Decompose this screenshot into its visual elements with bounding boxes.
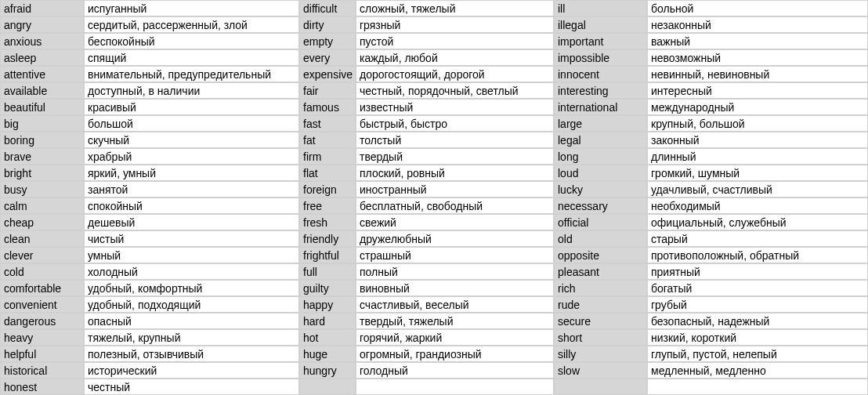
table-row: hardтвердый, тяжелый — [299, 313, 554, 329]
english-word-cell: clean — [0, 230, 84, 247]
russian-translation-cell — [647, 379, 868, 395]
table-row: firmтвердый — [299, 148, 554, 165]
english-word-cell: clever — [0, 247, 84, 263]
russian-translation-cell: дорогостоящий, дорогой — [356, 66, 554, 82]
english-word-cell: pleasant — [554, 263, 647, 280]
english-word-cell: bright — [0, 165, 84, 181]
english-word-cell: empty — [299, 33, 356, 49]
table-row: foreignиностранный — [299, 181, 554, 198]
english-word-cell — [299, 379, 356, 395]
russian-translation-cell: страшный — [356, 247, 554, 263]
russian-translation-cell: пустой — [356, 33, 554, 49]
table-row: dirtyгрязный — [299, 16, 554, 33]
table-row: cleanчистый — [0, 230, 299, 247]
table-row: loudгромкий, шумный — [554, 165, 868, 181]
english-word-cell: happy — [299, 296, 356, 313]
english-word-cell: huge — [299, 346, 356, 362]
english-word-cell: asleep — [0, 49, 84, 66]
russian-translation-cell: старый — [647, 230, 868, 247]
russian-translation-cell: грубый — [647, 296, 868, 313]
english-word-cell: loud — [554, 165, 647, 181]
russian-translation-cell — [356, 379, 554, 395]
table-row: comfortableудобный, комфортный — [0, 280, 299, 296]
table-row: coldхолодный — [0, 263, 299, 280]
english-word-cell: free — [299, 198, 356, 214]
table-row: historicalисторический — [0, 362, 299, 379]
english-word-cell: dangerous — [0, 313, 84, 329]
english-word-cell: fair — [299, 82, 356, 99]
english-word-cell: afraid — [0, 0, 84, 16]
english-word-cell: full — [299, 263, 356, 280]
english-word-cell: legal — [554, 132, 647, 148]
table-row: beautifulкрасивый — [0, 99, 299, 115]
english-word-cell: comfortable — [0, 280, 84, 296]
english-word-cell: short — [554, 329, 647, 346]
table-row: hotгорячий, жаркий — [299, 329, 554, 346]
column-group-1: afraidиспуганныйangryсердитый, рассержен… — [0, 0, 299, 395]
english-word-cell: foreign — [299, 181, 356, 198]
table-row: richбогатый — [554, 280, 868, 296]
russian-translation-cell: честный, порядочный, светлый — [356, 82, 554, 99]
english-word-cell: expensive — [299, 66, 356, 82]
english-word-cell: long — [554, 148, 647, 165]
russian-translation-cell: интересный — [647, 82, 868, 99]
table-row: busyзанятой — [0, 181, 299, 198]
russian-translation-cell: занятой — [84, 181, 299, 198]
english-word-cell: important — [554, 33, 647, 49]
english-word-cell: cheap — [0, 214, 84, 230]
english-word-cell: opposite — [554, 247, 647, 263]
english-word-cell: ill — [554, 0, 647, 16]
english-word-cell: rich — [554, 280, 647, 296]
russian-translation-cell: честный — [84, 379, 299, 395]
table-row: freeбесплатный, свободный — [299, 198, 554, 214]
table-row: braveхрабрый — [0, 148, 299, 165]
table-row: hugeогромный, грандиозный — [299, 346, 554, 362]
russian-translation-cell: чистый — [84, 230, 299, 247]
table-row: frightfulстрашный — [299, 247, 554, 263]
english-word-cell: difficult — [299, 0, 356, 16]
russian-translation-cell: огромный, грандиозный — [356, 346, 554, 362]
table-row: cheapдешевый — [0, 214, 299, 230]
english-word-cell: convenient — [0, 296, 84, 313]
english-word-cell: brave — [0, 148, 84, 165]
russian-translation-cell: важный — [647, 33, 868, 49]
english-word-cell: historical — [0, 362, 84, 379]
english-word-cell: calm — [0, 198, 84, 214]
table-row: calmспокойный — [0, 198, 299, 214]
table-row: heavyтяжелый, крупный — [0, 329, 299, 346]
russian-translation-cell: спящий — [84, 49, 299, 66]
russian-translation-cell: каждый, любой — [356, 49, 554, 66]
russian-translation-cell: голодный — [356, 362, 554, 379]
table-row: impossibleневозможный — [554, 49, 868, 66]
table-row: brightяркий, умный — [0, 165, 299, 181]
russian-translation-cell: удобный, комфортный — [84, 280, 299, 296]
english-word-cell: busy — [0, 181, 84, 198]
russian-translation-cell: умный — [84, 247, 299, 263]
table-row: emptyпустой — [299, 33, 554, 49]
english-word-cell: anxious — [0, 33, 84, 49]
table-row: importantважный — [554, 33, 868, 49]
russian-translation-cell: невинный, невиновный — [647, 66, 868, 82]
english-word-cell: illegal — [554, 16, 647, 33]
table-row: friendlyдружелюбный — [299, 230, 554, 247]
table-row: largeкрупный, большой — [554, 115, 868, 132]
table-row: angryсердитый, рассерженный, злой — [0, 16, 299, 33]
table-row: flatплоский, ровный — [299, 165, 554, 181]
russian-translation-cell: сердитый, рассерженный, злой — [84, 16, 299, 33]
english-word-cell: secure — [554, 313, 647, 329]
russian-translation-cell: глупый, пустой, нелепый — [647, 346, 868, 362]
table-row: longдлинный — [554, 148, 868, 165]
russian-translation-cell: тяжелый, крупный — [84, 329, 299, 346]
table-row: anxiousбеспокойный — [0, 33, 299, 49]
russian-translation-cell: красивый — [84, 99, 299, 115]
russian-translation-cell: яркий, умный — [84, 165, 299, 181]
table-row: freshсвежий — [299, 214, 554, 230]
table-row: availableдоступный, в наличии — [0, 82, 299, 99]
table-row — [299, 379, 554, 395]
table-row: pleasantприятный — [554, 263, 868, 280]
russian-translation-cell: международный — [647, 99, 868, 115]
english-word-cell: fresh — [299, 214, 356, 230]
column-group-3: illбольнойillegalнезаконныйimportantважн… — [554, 0, 868, 395]
table-row: legalзаконный — [554, 132, 868, 148]
table-row: asleepспящий — [0, 49, 299, 66]
